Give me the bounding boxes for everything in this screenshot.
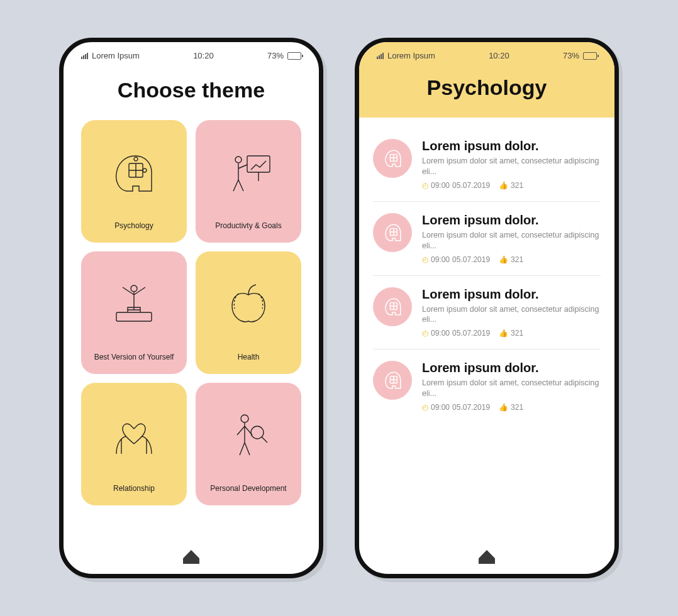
list-item[interactable]: Lorem ipsum dolor. Lorem ipsum dolor sit… (373, 276, 601, 350)
tile-label: Productivty & Goals (215, 221, 281, 230)
item-meta: ◴09:00 05.07.2019 👍321 (422, 181, 601, 190)
thumbs-up-icon: 👍 (499, 329, 508, 338)
avatar (373, 287, 412, 326)
avatar (373, 213, 412, 252)
tile-psychology[interactable]: Psychology (81, 120, 187, 243)
status-bar: Lorem Ipsum 10:20 73% (64, 42, 319, 64)
thumbs-up-icon: 👍 (499, 255, 508, 264)
tile-best-version[interactable]: Best Version of Yourself (81, 251, 187, 374)
list-item[interactable]: Lorem ipsum dolor. Lorem ipsum dolor sit… (373, 128, 601, 202)
clock-label: 10:20 (489, 51, 509, 60)
clock-label: 10:20 (193, 51, 214, 60)
battery-icon (287, 52, 301, 60)
item-meta: ◴09:00 05.07.2019 👍321 (422, 403, 601, 412)
theme-grid: Psychology Productivty & Goals Best Vers… (64, 120, 319, 505)
tile-productivity[interactable]: Productivty & Goals (196, 120, 301, 243)
head-puzzle-icon (81, 120, 187, 221)
signal-icon (377, 53, 384, 59)
carrier-label: Lorem Ipsum (92, 51, 140, 60)
item-desc: Lorem ipsum dolor sit amet, consectetur … (422, 378, 601, 399)
item-title: Lorem ipsum dolor. (422, 287, 601, 302)
thumbs-up-icon: 👍 (499, 181, 508, 190)
battery-icon (583, 52, 597, 60)
item-desc: Lorem ipsum dolor sit amet, consectetur … (422, 230, 601, 251)
item-meta: ◴09:00 05.07.2019 👍321 (422, 255, 601, 264)
item-desc: Lorem ipsum dolor sit amet, consectetur … (422, 156, 601, 177)
item-meta: ◴09:00 05.07.2019 👍321 (422, 329, 601, 338)
avatar (373, 139, 412, 178)
tile-relationship[interactable]: Relationship (81, 383, 187, 505)
item-title: Lorem ipsum dolor. (422, 213, 601, 228)
clock-icon: ◴ (422, 181, 428, 190)
list-item[interactable]: Lorem ipsum dolor. Lorem ipsum dolor sit… (373, 349, 601, 423)
home-button[interactable] (183, 550, 199, 564)
avatar (373, 361, 412, 400)
phone-choose-theme: Lorem Ipsum 10:20 73% Choose theme Psych… (59, 38, 323, 578)
clock-icon: ◴ (422, 255, 428, 264)
article-list: Lorem ipsum dolor. Lorem ipsum dolor sit… (359, 118, 614, 423)
phone-psychology-list: Lorem Ipsum 10:20 73% Psychology Lorem i… (355, 38, 619, 578)
tile-label: Personal Development (210, 484, 286, 493)
tile-label: Health (238, 353, 260, 361)
presenter-icon (196, 120, 301, 221)
person-magnify-icon (196, 383, 301, 484)
thumbs-up-icon: 👍 (499, 403, 508, 412)
tile-label: Psychology (114, 221, 153, 230)
tile-label: Best Version of Yourself (94, 353, 174, 361)
clock-icon: ◴ (422, 329, 428, 338)
hands-heart-icon (81, 383, 187, 484)
status-bar: Lorem Ipsum 10:20 73% (359, 42, 614, 64)
clock-icon: ◴ (422, 403, 428, 412)
winner-icon (81, 251, 187, 353)
carrier-label: Lorem Ipsum (387, 51, 435, 60)
item-desc: Lorem ipsum dolor sit amet, consectetur … (422, 304, 601, 326)
tile-health[interactable]: Health (196, 251, 301, 374)
tile-personal-dev[interactable]: Personal Development (196, 383, 301, 505)
signal-icon (81, 53, 88, 59)
battery-label: 73% (267, 51, 284, 60)
item-title: Lorem ipsum dolor. (422, 139, 601, 153)
page-title: Choose theme (64, 64, 319, 120)
page-title: Psychology (359, 64, 614, 118)
tile-label: Relationship (113, 484, 155, 493)
home-button[interactable] (479, 550, 495, 564)
apple-tape-icon (196, 251, 301, 353)
battery-label: 73% (563, 51, 579, 60)
list-item[interactable]: Lorem ipsum dolor. Lorem ipsum dolor sit… (373, 202, 601, 276)
item-title: Lorem ipsum dolor. (422, 361, 601, 375)
